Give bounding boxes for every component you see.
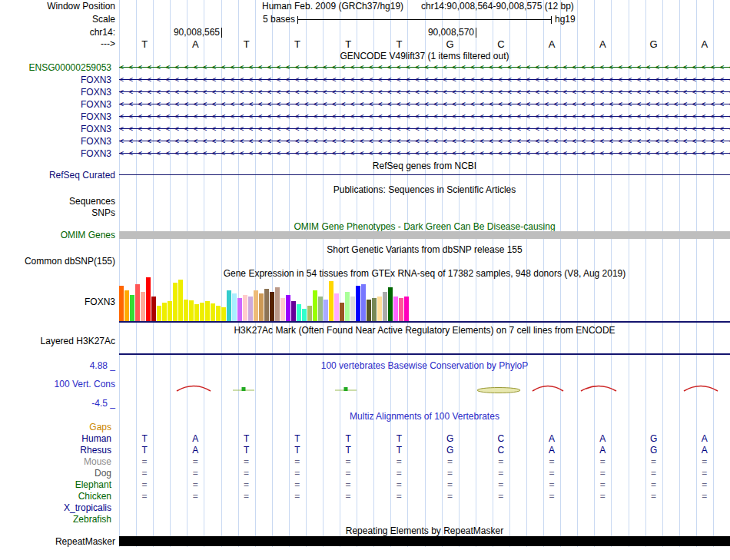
multiz-species-label[interactable]: Chicken: [0, 491, 115, 502]
gtex-expression-bar[interactable]: [119, 286, 124, 321]
multiz-cells: ============: [119, 468, 730, 479]
transcript-line[interactable]: <<<<<<<<<<<<<<<<<<<<<<<<<<<<<<<<<<<<<<<<…: [119, 98, 730, 111]
gene-label[interactable]: FOXN3: [0, 123, 115, 135]
gtex-expression-bar[interactable]: [377, 297, 382, 321]
multiz-base: A: [526, 433, 577, 445]
gtex-expression-bar[interactable]: [291, 301, 296, 321]
transcript-line[interactable]: <<<<<<<<<<<<<<<<<<<<<<<<<<<<<<<<<<<<<<<<…: [119, 135, 730, 147]
multiz-species-label[interactable]: Elephant: [0, 479, 115, 491]
gtex-expression-bar[interactable]: [254, 290, 258, 321]
multiz-species-label[interactable]: Mouse: [0, 456, 115, 468]
gtex-expression-bar[interactable]: [124, 290, 129, 321]
gtex-expression-bar[interactable]: [307, 306, 312, 321]
gtex-expression-bar[interactable]: [297, 304, 301, 321]
gtex-expression-bar[interactable]: [189, 300, 194, 321]
gene-label[interactable]: FOXN3: [0, 98, 115, 111]
dbsnp-track-label[interactable]: Common dbSNP(155): [0, 256, 115, 267]
gtex-expression-bar[interactable]: [205, 301, 210, 321]
gene-label[interactable]: FOXN3: [0, 111, 115, 123]
gtex-expression-bar[interactable]: [388, 287, 393, 321]
h3k27ac-track-label[interactable]: Layered H3K27Ac: [0, 336, 115, 346]
gtex-gene-label[interactable]: FOXN3: [0, 297, 115, 307]
gtex-expression-bar[interactable]: [178, 280, 183, 321]
gtex-expression-bar[interactable]: [211, 303, 215, 321]
gtex-expression-bar[interactable]: [286, 295, 290, 321]
transcript-line[interactable]: <<<<<<<<<<<<<<<<<<<<<<<<<<<<<<<<<<<<<<<<…: [119, 86, 730, 98]
gtex-expression-bar[interactable]: [372, 298, 377, 321]
multiz-species-label[interactable]: Rhesus: [0, 445, 115, 456]
multiz-base: =: [476, 491, 526, 502]
multiz-base: C: [476, 433, 526, 445]
gtex-gene-line[interactable]: [119, 321, 730, 323]
gtex-expression-bar[interactable]: [216, 306, 221, 321]
multiz-base: G: [629, 445, 679, 456]
gtex-expression-bar[interactable]: [173, 283, 178, 321]
gtex-expression-bar[interactable]: [194, 304, 199, 321]
gtex-expression-bar[interactable]: [275, 287, 280, 321]
multiz-species-label[interactable]: Dog: [0, 468, 115, 479]
gtex-expression-bar[interactable]: [146, 277, 151, 321]
gene-label[interactable]: FOXN3: [0, 147, 115, 160]
transcript-line[interactable]: <<<<<<<<<<<<<<<<<<<<<<<<<<<<<<<<<<<<<<<<…: [119, 123, 730, 135]
gtex-expression-bar[interactable]: [361, 284, 366, 321]
gtex-expression-bar[interactable]: [345, 292, 350, 321]
gtex-expression-bar[interactable]: [259, 293, 264, 321]
gtex-expression-bar[interactable]: [383, 292, 387, 321]
gtex-expression-bar[interactable]: [350, 297, 355, 321]
gtex-expression-bar[interactable]: [367, 300, 371, 321]
gtex-expression-bar[interactable]: [264, 289, 269, 321]
gtex-expression-bar[interactable]: [130, 295, 134, 321]
refseq-gene-line[interactable]: [119, 174, 730, 175]
transcript-line[interactable]: <<<<<<<<<<<<<<<<<<<<<<<<<<<<<<<<<<<<<<<<…: [119, 111, 730, 123]
gtex-expression-bar[interactable]: [329, 281, 333, 321]
conservation-track-label[interactable]: 100 Vert. Cons: [0, 379, 115, 389]
gtex-expression-bar[interactable]: [248, 297, 253, 321]
gtex-expression-bar[interactable]: [200, 303, 204, 321]
gtex-expression-bar[interactable]: [318, 297, 323, 321]
transcript-line[interactable]: <<<<<<<<<<<<<<<<<<<<<<<<<<<<<<<<<<<<<<<<…: [119, 74, 730, 86]
gtex-expression-bar[interactable]: [237, 298, 242, 321]
multiz-species-label[interactable]: Human: [0, 433, 115, 445]
multiz-species-label[interactable]: Zebrafish: [0, 514, 115, 525]
gtex-expression-bar[interactable]: [141, 292, 145, 321]
gtex-expression-bar[interactable]: [184, 300, 188, 321]
omim-genes-label[interactable]: OMIM Genes: [0, 230, 115, 240]
omim-gene-bar[interactable]: [119, 231, 730, 239]
repeatmasker-track-label[interactable]: RepeatMasker: [0, 536, 115, 547]
gtex-expression-bar[interactable]: [340, 303, 344, 321]
transcript-line[interactable]: <<<<<<<<<<<<<<<<<<<<<<<<<<<<<<<<<<<<<<<<…: [119, 61, 730, 74]
gtex-expression-bar[interactable]: [227, 290, 231, 321]
gtex-expression-bar[interactable]: [324, 300, 328, 321]
conservation-plot[interactable]: [119, 362, 730, 404]
publications-snps-label[interactable]: SNPs: [0, 207, 115, 218]
gtex-expression-bar[interactable]: [356, 286, 360, 321]
gtex-expression-bar[interactable]: [334, 293, 339, 321]
conservation-mark: [335, 387, 357, 391]
gtex-expression-bar[interactable]: [243, 295, 247, 321]
repeatmasker-element-bar[interactable]: [119, 536, 730, 546]
transcript-line[interactable]: <<<<<<<<<<<<<<<<<<<<<<<<<<<<<<<<<<<<<<<<…: [119, 147, 730, 160]
gtex-expression-bar[interactable]: [151, 297, 156, 321]
gtex-expression-bar[interactable]: [135, 284, 140, 321]
refseq-curated-label[interactable]: RefSeq Curated: [0, 170, 115, 181]
gtex-expression-bar[interactable]: [270, 292, 274, 321]
gtex-expression-bar[interactable]: [302, 309, 307, 321]
gtex-expression-bar[interactable]: [162, 303, 167, 321]
multiz-species-label[interactable]: X_tropicalis: [0, 502, 115, 514]
gtex-expression-bar[interactable]: [280, 298, 285, 321]
multiz-species-label[interactable]: Gaps: [0, 422, 115, 433]
gtex-expression-bar[interactable]: [313, 290, 317, 321]
gtex-expression-bar[interactable]: [393, 297, 398, 321]
gtex-expression-bar[interactable]: [168, 301, 172, 321]
gene-label[interactable]: FOXN3: [0, 74, 115, 86]
gtex-expression-bar[interactable]: [232, 293, 237, 321]
multiz-base: =: [425, 479, 476, 491]
gtex-expression-bar[interactable]: [221, 307, 226, 321]
publications-sequences-label[interactable]: Sequences: [0, 196, 115, 207]
gtex-expression-bar[interactable]: [404, 297, 409, 321]
gtex-expression-bar[interactable]: [157, 306, 161, 321]
gene-label[interactable]: FOXN3: [0, 86, 115, 98]
gene-label[interactable]: ENSG00000259053: [0, 61, 115, 74]
gene-label[interactable]: FOXN3: [0, 135, 115, 147]
gtex-expression-bar[interactable]: [399, 298, 403, 321]
